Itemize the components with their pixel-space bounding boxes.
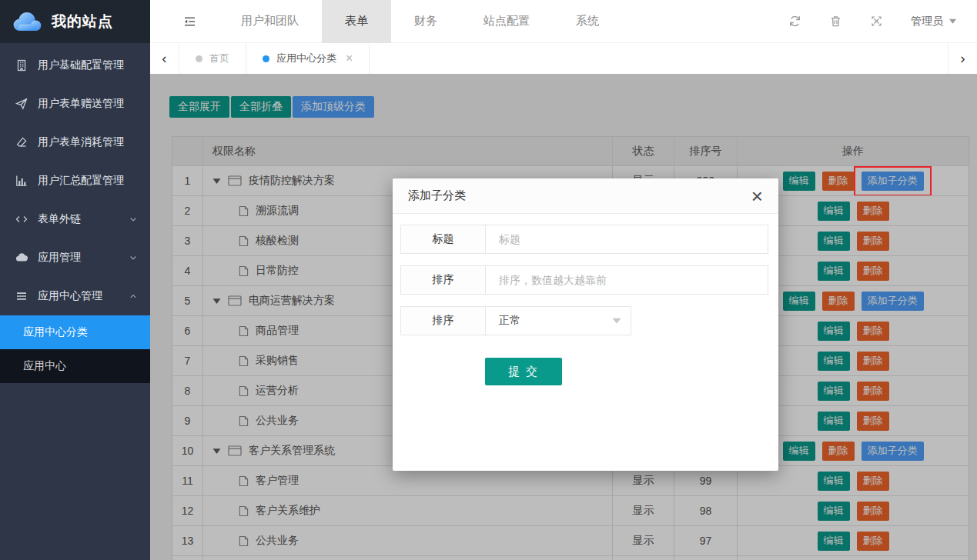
sidebar: 我的站点 用户基础配置管理用户表单赠送管理用户表单消耗管理用户汇总配置管理表单外… <box>0 0 150 560</box>
top-nav-label: 系统 <box>576 14 599 28</box>
tab-status-dot <box>196 55 202 62</box>
sidebar-item-label: 用户汇总配置管理 <box>38 174 138 188</box>
dialog-body: 标题排序排序正常提 交 <box>393 214 778 385</box>
tabs-scroll-right-icon[interactable]: › <box>948 43 977 74</box>
form-field-1: 排序 <box>400 265 768 295</box>
sidebar-item-0[interactable]: 用户基础配置管理 <box>0 46 150 85</box>
app-root: { "sidebar": { "logo": {"text": "我的站点", … <box>0 0 977 560</box>
top-nav-item-3[interactable]: 站点配置 <box>460 0 553 43</box>
top-nav-item-1[interactable]: 表单 <box>322 0 391 43</box>
top-nav-label: 表单 <box>345 14 368 28</box>
chevron-up-icon <box>129 292 138 301</box>
dialog-title: 添加子分类 <box>408 188 466 203</box>
select-value: 正常 <box>499 314 520 328</box>
tab-0[interactable]: 首页 <box>179 43 246 74</box>
sidebar-item-label: 表单外链 <box>38 212 119 226</box>
code-icon <box>15 213 28 225</box>
sidebar-menu: 用户基础配置管理用户表单赠送管理用户表单消耗管理用户汇总配置管理表单外链应用管理… <box>0 43 150 383</box>
sidebar-subitem-label: 应用中心分类 <box>23 325 88 339</box>
sidebar-item-5[interactable]: 应用管理 <box>0 238 150 277</box>
topbar-actions: 管理员 <box>788 15 977 28</box>
sidebar-item-label: 用户表单赠送管理 <box>38 97 138 111</box>
menu-fold-icon[interactable] <box>182 15 196 28</box>
sidebar-item-label: 应用中心管理 <box>38 289 119 303</box>
chevron-down-icon <box>129 215 138 224</box>
select-caret-icon <box>612 318 621 324</box>
form-field-2: 排序正常 <box>400 306 631 335</box>
bar-chart-icon <box>15 175 28 187</box>
sidebar-submenu: 应用中心分类应用中心 <box>0 315 150 383</box>
field-label: 标题 <box>401 225 486 253</box>
sort-input[interactable] <box>486 266 768 294</box>
sidebar-item-1[interactable]: 用户表单赠送管理 <box>0 85 150 123</box>
tab-1[interactable]: 应用中心分类× <box>246 43 370 74</box>
building-icon <box>15 59 28 72</box>
site-title: 我的站点 <box>52 12 113 32</box>
field-label: 排序 <box>401 307 486 335</box>
tab-label: 首页 <box>209 52 229 65</box>
chevron-down-icon <box>129 253 138 262</box>
topbar: 用户和团队表单财务站点配置系统 管理员 <box>150 0 977 43</box>
tab-close-icon[interactable]: × <box>346 52 353 65</box>
trash-icon[interactable] <box>829 15 842 28</box>
submit-button[interactable]: 提 交 <box>485 358 562 385</box>
close-icon[interactable]: × <box>751 188 763 204</box>
sidebar-item-6[interactable]: 应用中心管理 <box>0 277 150 315</box>
sidebar-item-label: 用户基础配置管理 <box>38 58 138 72</box>
sidebar-item-label: 应用管理 <box>38 251 119 265</box>
top-navigation: 用户和团队表单财务站点配置系统 <box>218 0 622 43</box>
tabs-scroll-left-icon[interactable]: ‹ <box>150 43 179 74</box>
sidebar-subitem-0[interactable]: 应用中心分类 <box>0 315 150 349</box>
cloud-logo-icon <box>10 11 44 33</box>
status-select[interactable]: 正常 <box>486 307 631 335</box>
app-logo: 我的站点 <box>0 0 150 43</box>
top-nav-item-0[interactable]: 用户和团队 <box>218 0 322 43</box>
top-nav-item-2[interactable]: 财务 <box>391 0 460 43</box>
user-dropdown[interactable]: 管理员 <box>911 15 957 28</box>
tab-label: 应用中心分类 <box>276 52 336 65</box>
top-nav-label: 站点配置 <box>483 14 530 28</box>
top-nav-label: 用户和团队 <box>241 14 299 28</box>
tab-list: 首页应用中心分类× <box>179 43 370 74</box>
sidebar-item-label: 用户表单消耗管理 <box>38 135 138 149</box>
sidebar-item-4[interactable]: 表单外链 <box>0 200 150 238</box>
refresh-icon[interactable] <box>788 15 801 28</box>
caret-down-icon <box>949 18 957 25</box>
sidebar-item-3[interactable]: 用户汇总配置管理 <box>0 162 150 200</box>
send-icon <box>15 98 28 110</box>
tab-status-dot <box>263 55 269 62</box>
sidebar-subitem-label: 应用中心 <box>23 359 66 373</box>
cloud-icon <box>15 252 28 264</box>
sidebar-subitem-1[interactable]: 应用中心 <box>0 349 150 383</box>
form-field-0: 标题 <box>400 225 768 254</box>
add-subcategory-dialog: 添加子分类 × 标题排序排序正常提 交 <box>393 178 778 471</box>
menu-icon <box>15 290 28 302</box>
field-label: 排序 <box>401 266 486 294</box>
eraser-icon <box>15 136 28 148</box>
user-name: 管理员 <box>911 15 943 28</box>
top-nav-item-4[interactable]: 系统 <box>553 0 622 43</box>
tabbar: ‹ 首页应用中心分类× › <box>150 43 977 74</box>
dialog-header: 添加子分类 × <box>393 178 778 214</box>
top-nav-label: 财务 <box>414 14 437 28</box>
title-input[interactable] <box>486 225 768 253</box>
sidebar-item-2[interactable]: 用户表单消耗管理 <box>0 123 150 162</box>
fullscreen-icon[interactable] <box>870 15 883 28</box>
